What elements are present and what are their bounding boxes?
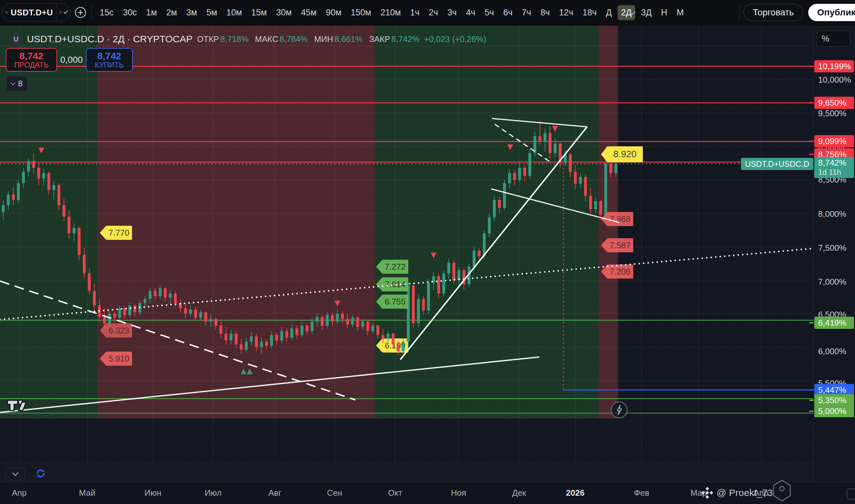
- chevron-down-icon[interactable]: [64, 9, 68, 14]
- sell-button[interactable]: 8,742 ПРОДАТЬ: [6, 48, 57, 72]
- lightning-button[interactable]: [610, 401, 628, 419]
- price-tag: 8.920: [602, 147, 642, 162]
- timeframe-4ч[interactable]: 4ч: [463, 5, 479, 20]
- timeframe-2м[interactable]: 2м: [163, 5, 181, 20]
- ohlc-item: МАКС8,784%: [255, 34, 308, 44]
- author-handle: @ Proekt_73: [717, 487, 773, 498]
- price-flag: 8,742%1d 11h: [814, 157, 854, 178]
- buy-price: 8,742: [97, 51, 121, 61]
- timeframe-5м[interactable]: 5м: [203, 5, 221, 20]
- svg-text:7.587: 7.587: [610, 240, 630, 250]
- timeframe-10м[interactable]: 10м: [223, 5, 245, 20]
- svg-text:7.968: 7.968: [610, 214, 630, 224]
- price-unit-button[interactable]: %: [817, 31, 850, 47]
- timeframe-5ч[interactable]: 5ч: [481, 5, 498, 20]
- svg-text:7.272: 7.272: [385, 262, 405, 272]
- tradingview-app: 6.1097.7706.3235.9107.2727.0146.7558.920…: [0, 0, 855, 504]
- price-tag: 7.206: [602, 265, 633, 278]
- timeframe-3ч[interactable]: 3ч: [444, 5, 460, 20]
- gem-icon[interactable]: [59, 8, 63, 17]
- timeframe-6ч[interactable]: 6ч: [500, 5, 516, 20]
- timeframe-12ч[interactable]: 12ч: [556, 5, 577, 20]
- symbol-logo-badge: U: [10, 33, 22, 46]
- price-tick: 6,000%: [818, 346, 847, 356]
- timeframe-1ч[interactable]: 1ч: [407, 5, 423, 20]
- timeframe-30м[interactable]: 30м: [273, 5, 295, 20]
- price-tag: 7.770: [101, 227, 132, 239]
- time-tick-Авг: Авг: [268, 488, 282, 498]
- price-tick: 8,000%: [818, 209, 847, 219]
- timeframe-210м[interactable]: 210м: [377, 5, 404, 20]
- symbol-search-text: USDT.D+U: [11, 8, 53, 18]
- top-toolbar: USDT.D+U 15с30с1м2м3м5м10м15м30м45м90м15…: [0, 0, 855, 25]
- corner-icon[interactable]: [847, 489, 855, 500]
- symbol-search[interactable]: USDT.D+U: [2, 3, 70, 21]
- time-tick-Июн: Июн: [144, 488, 161, 498]
- timeframe-30с[interactable]: 30с: [120, 5, 141, 20]
- time-tick-Апр: Апр: [12, 488, 27, 498]
- timeframe-8ч[interactable]: 8ч: [537, 5, 553, 20]
- trade-button[interactable]: Торговать: [744, 4, 803, 21]
- search-icon: [5, 8, 8, 17]
- svg-text:6.755: 6.755: [385, 297, 405, 306]
- ohlc-item: МИН8,661%: [314, 34, 363, 44]
- spread-value: 0,000: [57, 55, 86, 65]
- price-tag: 6.323: [101, 324, 132, 337]
- toolbar-divider: [739, 5, 739, 20]
- timeframe-2ч[interactable]: 2ч: [425, 5, 441, 20]
- pane-collapse-button[interactable]: [6, 468, 25, 480]
- svg-text:7.014: 7.014: [385, 280, 405, 289]
- time-tick-Ноя: Ноя: [451, 488, 466, 498]
- price-tick: 7,000%: [818, 277, 847, 287]
- timeframe-15с[interactable]: 15с: [96, 5, 117, 20]
- timeframe-Д[interactable]: Д: [603, 5, 615, 20]
- sell-price: 8,742: [19, 51, 43, 61]
- svg-text:5.910: 5.910: [108, 354, 129, 363]
- timeframe-М[interactable]: М: [673, 5, 687, 20]
- chart-canvas[interactable]: 6.1097.7706.3235.9107.2727.0146.7558.920…: [0, 0, 855, 504]
- svg-text:8.920: 8.920: [613, 149, 637, 159]
- time-tick-Июл: Июл: [205, 488, 222, 498]
- indicators-collapse-button[interactable]: 8: [6, 76, 28, 91]
- chart-legend[interactable]: U USDT.D+USDC.D · 2Д · CRYPTOCAP ОТКР8,7…: [10, 31, 486, 47]
- svg-text:7.770: 7.770: [108, 228, 129, 238]
- timeframe-45м[interactable]: 45м: [297, 5, 320, 20]
- timeframe-18ч[interactable]: 18ч: [579, 5, 600, 20]
- price-tag: 7.587: [602, 239, 633, 252]
- timeframe-row: 15с30с1м2м3м5м10м15м30м45м90м150м210м1ч2…: [96, 0, 687, 25]
- publish-button[interactable]: Опублико: [808, 4, 855, 21]
- add-symbol-button[interactable]: [75, 7, 86, 18]
- time-tick-Дек: Дек: [512, 488, 526, 498]
- price-flag: 9,650%: [814, 97, 854, 109]
- refresh-icon[interactable]: [34, 467, 47, 480]
- diamond-logo-icon: [701, 487, 713, 499]
- price-tick: 7,500%: [818, 243, 847, 253]
- price-line-symbol-tag: USDT.D+USDC.D: [741, 158, 813, 170]
- toolbar-divider: [91, 5, 92, 20]
- sell-label: ПРОДАТЬ: [14, 61, 48, 69]
- author-watermark: @ Proekt_73: [701, 487, 773, 499]
- timeframe-3Д[interactable]: 3Д: [638, 5, 655, 20]
- timeframe-150м[interactable]: 150м: [347, 5, 375, 20]
- buy-button[interactable]: 8,742 КУПИТЬ: [86, 48, 133, 72]
- timeframe-90м[interactable]: 90м: [322, 5, 345, 20]
- price-flag: 9,099%: [814, 135, 854, 147]
- timeframe-15м[interactable]: 15м: [248, 5, 271, 20]
- time-tick-Май: Май: [79, 488, 95, 498]
- price-flag: 10,199%: [814, 60, 854, 72]
- chevron-down-icon: [12, 470, 19, 476]
- timeframe-7ч[interactable]: 7ч: [518, 5, 535, 20]
- price-tick: 9,500%: [818, 109, 847, 119]
- ohlc-item: ЗАКР8,742%: [369, 34, 420, 44]
- tradingview-logo[interactable]: [6, 398, 28, 412]
- price-tag: 5.910: [101, 352, 132, 365]
- timeframe-1м[interactable]: 1м: [143, 5, 160, 20]
- timeframe-Н[interactable]: Н: [658, 5, 671, 20]
- bottom-band: [0, 462, 813, 482]
- timeframe-3м[interactable]: 3м: [183, 5, 200, 20]
- price-flag: 5,350%: [814, 394, 854, 406]
- order-panel: 8,742 ПРОДАТЬ 0,000 8,742 КУПИТЬ: [6, 48, 133, 72]
- price-axis[interactable]: % 10,000%9,500%9,000%8,500%8,000%7,500%7…: [813, 25, 855, 504]
- time-tick-Окт: Окт: [388, 488, 402, 498]
- price-tag: 7.272: [377, 260, 408, 273]
